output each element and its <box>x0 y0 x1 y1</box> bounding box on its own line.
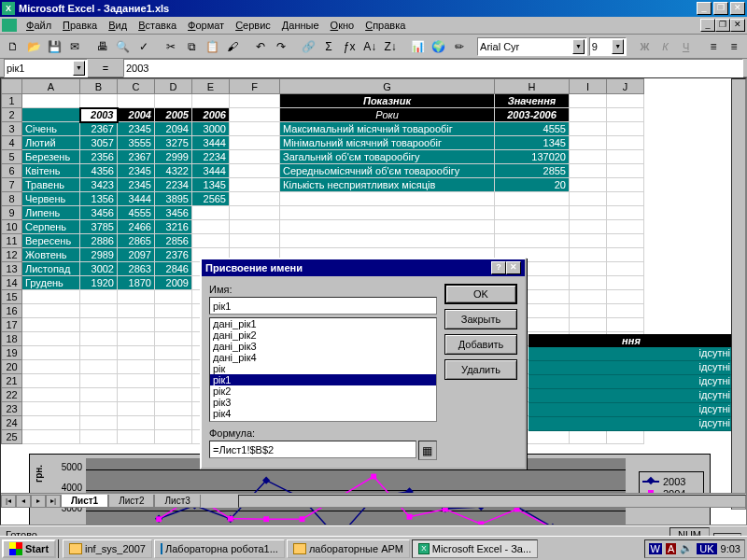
map-icon[interactable]: 🌍 <box>430 36 448 56</box>
col-header-I[interactable]: I <box>570 79 607 94</box>
chart-icon[interactable]: 📊 <box>409 36 428 56</box>
drawing-icon[interactable]: ✏ <box>450 36 469 56</box>
tray-volume-icon[interactable]: 🔊 <box>680 542 693 554</box>
hyperlink-icon[interactable]: 🔗 <box>299 36 317 56</box>
col-header-B[interactable]: B <box>80 79 118 94</box>
horizontal-scrollbar[interactable] <box>238 495 746 508</box>
menu-Вид[interactable]: Вид <box>103 18 133 33</box>
close-button[interactable]: ✕ <box>730 2 745 15</box>
list-item[interactable]: дані_рік2 <box>210 329 436 341</box>
preview-icon[interactable]: 🔍 <box>114 36 133 56</box>
list-item[interactable]: дані_рік1 <box>210 318 436 329</box>
copy-icon[interactable]: ⧉ <box>182 36 201 56</box>
new-icon[interactable]: 🗋 <box>4 36 22 56</box>
list-item[interactable]: дані_рік4 <box>210 352 436 363</box>
year-cell-2003[interactable]: 2003 <box>80 108 118 122</box>
doc-close-button[interactable]: ✕ <box>730 19 745 32</box>
list-item[interactable]: рік3 <box>210 397 436 408</box>
vertical-scrollbar[interactable] <box>731 78 746 510</box>
dialog-titlebar[interactable]: Присвоение имени ? ✕ <box>202 259 525 276</box>
menu-Данные[interactable]: Данные <box>276 18 325 33</box>
col-header-A[interactable]: A <box>22 79 80 94</box>
close-button[interactable]: Закрыть <box>444 309 517 329</box>
taskbar-item[interactable]: Лабораторна робота1... <box>154 539 285 558</box>
list-item[interactable]: рік1 <box>210 374 436 385</box>
menu-Сервис[interactable]: Сервис <box>230 18 276 33</box>
dialog-close-button[interactable]: ✕ <box>506 261 521 274</box>
minimize-button[interactable]: _ <box>697 2 712 15</box>
print-icon[interactable]: 🖶 <box>93 36 112 56</box>
align-left-icon[interactable]: ≡ <box>704 36 723 56</box>
year-cell-2006[interactable]: 2006 <box>192 108 230 122</box>
tab-first-icon[interactable]: |◂ <box>1 495 16 508</box>
start-button[interactable]: Start <box>2 539 56 558</box>
align-center-icon[interactable]: ≡ <box>725 36 743 56</box>
tab-last-icon[interactable]: ▸| <box>46 495 61 508</box>
col-header-D[interactable]: D <box>155 79 192 94</box>
spellcheck-icon[interactable]: ✓ <box>134 36 153 56</box>
taskbar-item[interactable]: inf_sys_2007 <box>63 539 152 558</box>
delete-button[interactable]: Удалить <box>444 359 517 380</box>
ok-button[interactable]: OK <box>444 284 517 304</box>
list-item[interactable]: рік2 <box>210 385 436 397</box>
sheet-tab-Лист3[interactable]: Лист3 <box>154 495 200 508</box>
col-header-J[interactable]: J <box>607 79 644 94</box>
year-cell-2005[interactable]: 2005 <box>155 108 192 122</box>
menu-Файл[interactable]: Файл <box>21 18 57 33</box>
range-picker-icon[interactable]: ▦ <box>418 441 437 460</box>
dialog-help-button[interactable]: ? <box>491 261 506 274</box>
year-cell-2004[interactable]: 2004 <box>118 108 155 122</box>
restore-button[interactable]: ❐ <box>713 2 728 15</box>
list-item[interactable]: рік <box>210 363 436 374</box>
col-header-H[interactable]: H <box>495 79 570 94</box>
bold-icon[interactable]: Ж <box>636 36 655 56</box>
doc-restore-button[interactable]: ❐ <box>715 19 730 32</box>
save-icon[interactable]: 💾 <box>45 36 63 56</box>
undo-icon[interactable]: ↶ <box>251 36 270 56</box>
doc-control-icon[interactable] <box>2 19 17 32</box>
menu-Формат[interactable]: Формат <box>182 18 230 33</box>
name-input[interactable] <box>209 297 437 315</box>
redo-icon[interactable]: ↷ <box>272 36 290 56</box>
list-item[interactable]: дані_рік3 <box>210 341 436 352</box>
sort-asc-icon[interactable]: A↓ <box>360 36 379 56</box>
sort-desc-icon[interactable]: Z↓ <box>381 36 400 56</box>
col-header-F[interactable]: F <box>230 79 280 94</box>
open-icon[interactable]: 📂 <box>24 36 43 56</box>
col-header-C[interactable]: C <box>118 79 155 94</box>
cut-icon[interactable]: ✂ <box>162 36 180 56</box>
menu-Вставка[interactable]: Вставка <box>133 18 182 33</box>
list-item[interactable]: рік4 <box>210 408 436 419</box>
menu-Окно[interactable]: Окно <box>325 18 360 33</box>
system-tray[interactable]: W A 🔊 UK 9:03 <box>644 539 745 558</box>
font-size-combo[interactable]: 9 ▼ <box>589 37 627 56</box>
tray-w-icon[interactable]: W <box>649 543 662 554</box>
name-box[interactable]: рік1 ▼ <box>4 59 88 77</box>
tray-lang[interactable]: UK <box>697 543 716 554</box>
paste-icon[interactable]: 📋 <box>203 36 221 56</box>
formula-input[interactable] <box>209 441 416 458</box>
font-name-combo[interactable]: Arial Cyr ▼ <box>477 37 587 56</box>
menu-Справка[interactable]: Справка <box>359 18 411 33</box>
italic-icon[interactable]: К <box>656 36 675 56</box>
tab-prev-icon[interactable]: ◂ <box>16 495 31 508</box>
autosum-icon[interactable]: Σ <box>319 36 338 56</box>
underline-icon[interactable]: Ч <box>677 36 696 56</box>
formula-input[interactable]: 2003 <box>123 59 743 77</box>
tray-a-icon[interactable]: A <box>666 543 676 554</box>
taskbar-item[interactable]: XMicrosoft Excel - За... <box>412 539 538 558</box>
sheet-tab-Лист2[interactable]: Лист2 <box>108 495 154 508</box>
tab-next-icon[interactable]: ▸ <box>31 495 46 508</box>
chevron-down-icon[interactable]: ▼ <box>612 39 624 54</box>
doc-minimize-button[interactable]: _ <box>700 19 715 32</box>
mail-icon[interactable]: ✉ <box>65 36 84 56</box>
menu-Правка[interactable]: Правка <box>57 18 103 33</box>
col-header-E[interactable]: E <box>192 79 230 94</box>
function-icon[interactable]: ƒx <box>340 36 359 56</box>
chevron-down-icon[interactable]: ▼ <box>572 39 585 54</box>
col-header-G[interactable]: G <box>280 79 495 94</box>
names-listbox[interactable]: дані_рік1дані_рік2дані_рік3дані_рік4рікр… <box>209 317 437 422</box>
sheet-tab-Лист1[interactable]: Лист1 <box>61 495 108 508</box>
chevron-down-icon[interactable]: ▼ <box>73 61 85 76</box>
add-button[interactable]: Добавить <box>444 334 517 355</box>
